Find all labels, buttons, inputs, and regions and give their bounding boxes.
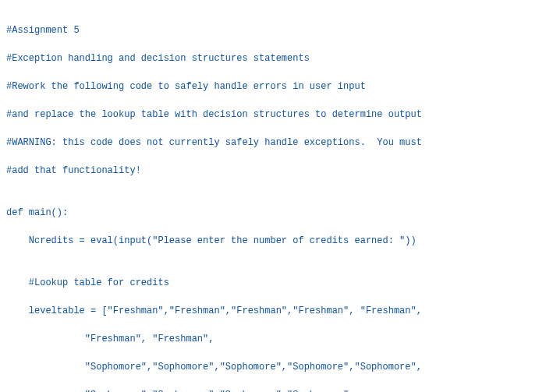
code-line: #Exception handling and decision structu… (6, 51, 540, 65)
code-line: #WARNING: this code does not currently s… (6, 136, 540, 150)
code-line: #and replace the lookup table with decis… (6, 108, 540, 122)
code-line: def main(): (6, 206, 540, 220)
code-line: #Assignment 5 (6, 23, 540, 37)
code-line: "Freshman", "Freshman", (6, 332, 540, 346)
code-line: #add that functionality! (6, 164, 540, 178)
code-line: #Rework the following code to safely han… (6, 79, 540, 94)
code-line: #Lookup table for credits (6, 276, 540, 290)
code-block: #Assignment 5 #Exception handling and de… (6, 9, 540, 392)
code-line: Ncredits = eval(input("Please enter the … (6, 234, 540, 248)
code-line: leveltable = ["Freshman","Freshman","Fre… (6, 304, 540, 318)
code-line: "Sophomore","Sophomore","Sophomore","Sop… (6, 360, 540, 374)
code-line: "Sophomore","Sophomore","Sophomore","Sop… (6, 388, 540, 392)
